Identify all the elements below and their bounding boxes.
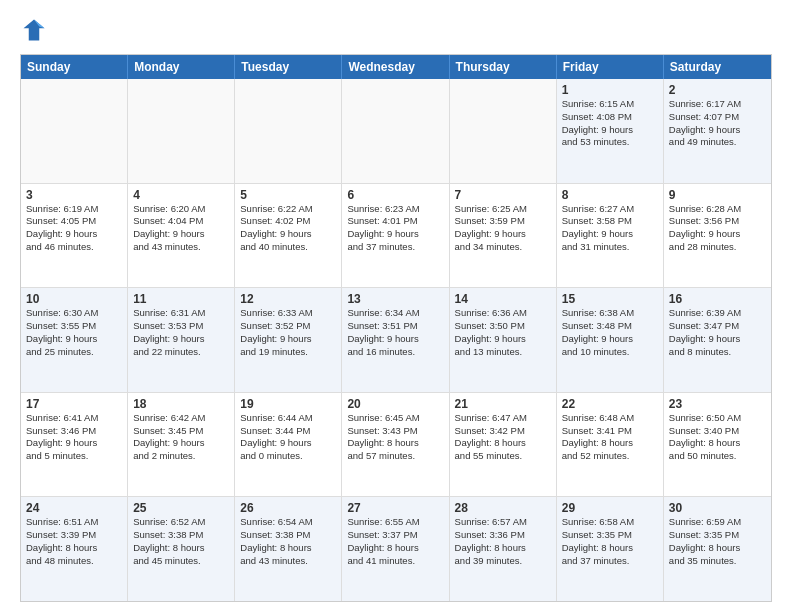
cal-cell-day-25: 25Sunrise: 6:52 AM Sunset: 3:38 PM Dayli… bbox=[128, 497, 235, 601]
day-number: 14 bbox=[455, 292, 551, 306]
day-info: Sunrise: 6:38 AM Sunset: 3:48 PM Dayligh… bbox=[562, 307, 658, 358]
cal-cell-empty bbox=[128, 79, 235, 183]
day-info: Sunrise: 6:31 AM Sunset: 3:53 PM Dayligh… bbox=[133, 307, 229, 358]
cal-row-0: 1Sunrise: 6:15 AM Sunset: 4:08 PM Daylig… bbox=[21, 79, 771, 184]
day-info: Sunrise: 6:22 AM Sunset: 4:02 PM Dayligh… bbox=[240, 203, 336, 254]
cal-cell-day-30: 30Sunrise: 6:59 AM Sunset: 3:35 PM Dayli… bbox=[664, 497, 771, 601]
cal-cell-day-20: 20Sunrise: 6:45 AM Sunset: 3:43 PM Dayli… bbox=[342, 393, 449, 497]
day-number: 8 bbox=[562, 188, 658, 202]
day-number: 11 bbox=[133, 292, 229, 306]
logo bbox=[20, 16, 52, 44]
cal-cell-day-18: 18Sunrise: 6:42 AM Sunset: 3:45 PM Dayli… bbox=[128, 393, 235, 497]
cal-cell-day-26: 26Sunrise: 6:54 AM Sunset: 3:38 PM Dayli… bbox=[235, 497, 342, 601]
day-info: Sunrise: 6:41 AM Sunset: 3:46 PM Dayligh… bbox=[26, 412, 122, 463]
day-info: Sunrise: 6:17 AM Sunset: 4:07 PM Dayligh… bbox=[669, 98, 766, 149]
cal-cell-day-6: 6Sunrise: 6:23 AM Sunset: 4:01 PM Daylig… bbox=[342, 184, 449, 288]
day-number: 27 bbox=[347, 501, 443, 515]
calendar-header-row: SundayMondayTuesdayWednesdayThursdayFrid… bbox=[21, 55, 771, 79]
cal-header-thursday: Thursday bbox=[450, 55, 557, 79]
cal-header-saturday: Saturday bbox=[664, 55, 771, 79]
cal-cell-empty bbox=[342, 79, 449, 183]
day-info: Sunrise: 6:54 AM Sunset: 3:38 PM Dayligh… bbox=[240, 516, 336, 567]
calendar-body: 1Sunrise: 6:15 AM Sunset: 4:08 PM Daylig… bbox=[21, 79, 771, 601]
day-number: 18 bbox=[133, 397, 229, 411]
cal-cell-day-11: 11Sunrise: 6:31 AM Sunset: 3:53 PM Dayli… bbox=[128, 288, 235, 392]
cal-cell-day-29: 29Sunrise: 6:58 AM Sunset: 3:35 PM Dayli… bbox=[557, 497, 664, 601]
day-info: Sunrise: 6:45 AM Sunset: 3:43 PM Dayligh… bbox=[347, 412, 443, 463]
day-info: Sunrise: 6:33 AM Sunset: 3:52 PM Dayligh… bbox=[240, 307, 336, 358]
day-info: Sunrise: 6:28 AM Sunset: 3:56 PM Dayligh… bbox=[669, 203, 766, 254]
day-info: Sunrise: 6:19 AM Sunset: 4:05 PM Dayligh… bbox=[26, 203, 122, 254]
cal-cell-empty bbox=[21, 79, 128, 183]
cal-cell-day-10: 10Sunrise: 6:30 AM Sunset: 3:55 PM Dayli… bbox=[21, 288, 128, 392]
day-info: Sunrise: 6:36 AM Sunset: 3:50 PM Dayligh… bbox=[455, 307, 551, 358]
day-number: 22 bbox=[562, 397, 658, 411]
cal-cell-day-28: 28Sunrise: 6:57 AM Sunset: 3:36 PM Dayli… bbox=[450, 497, 557, 601]
day-number: 10 bbox=[26, 292, 122, 306]
cal-cell-day-8: 8Sunrise: 6:27 AM Sunset: 3:58 PM Daylig… bbox=[557, 184, 664, 288]
day-info: Sunrise: 6:52 AM Sunset: 3:38 PM Dayligh… bbox=[133, 516, 229, 567]
cal-row-4: 24Sunrise: 6:51 AM Sunset: 3:39 PM Dayli… bbox=[21, 497, 771, 601]
day-info: Sunrise: 6:42 AM Sunset: 3:45 PM Dayligh… bbox=[133, 412, 229, 463]
day-number: 20 bbox=[347, 397, 443, 411]
cal-header-tuesday: Tuesday bbox=[235, 55, 342, 79]
cal-cell-day-27: 27Sunrise: 6:55 AM Sunset: 3:37 PM Dayli… bbox=[342, 497, 449, 601]
cal-cell-day-13: 13Sunrise: 6:34 AM Sunset: 3:51 PM Dayli… bbox=[342, 288, 449, 392]
cal-row-1: 3Sunrise: 6:19 AM Sunset: 4:05 PM Daylig… bbox=[21, 184, 771, 289]
cal-header-friday: Friday bbox=[557, 55, 664, 79]
cal-header-wednesday: Wednesday bbox=[342, 55, 449, 79]
cal-cell-day-17: 17Sunrise: 6:41 AM Sunset: 3:46 PM Dayli… bbox=[21, 393, 128, 497]
day-number: 5 bbox=[240, 188, 336, 202]
cal-row-2: 10Sunrise: 6:30 AM Sunset: 3:55 PM Dayli… bbox=[21, 288, 771, 393]
cal-cell-day-9: 9Sunrise: 6:28 AM Sunset: 3:56 PM Daylig… bbox=[664, 184, 771, 288]
day-info: Sunrise: 6:27 AM Sunset: 3:58 PM Dayligh… bbox=[562, 203, 658, 254]
cal-cell-empty bbox=[450, 79, 557, 183]
day-info: Sunrise: 6:55 AM Sunset: 3:37 PM Dayligh… bbox=[347, 516, 443, 567]
cal-cell-empty bbox=[235, 79, 342, 183]
cal-cell-day-23: 23Sunrise: 6:50 AM Sunset: 3:40 PM Dayli… bbox=[664, 393, 771, 497]
day-number: 29 bbox=[562, 501, 658, 515]
cal-cell-day-24: 24Sunrise: 6:51 AM Sunset: 3:39 PM Dayli… bbox=[21, 497, 128, 601]
cal-cell-day-3: 3Sunrise: 6:19 AM Sunset: 4:05 PM Daylig… bbox=[21, 184, 128, 288]
cal-cell-day-15: 15Sunrise: 6:38 AM Sunset: 3:48 PM Dayli… bbox=[557, 288, 664, 392]
day-number: 23 bbox=[669, 397, 766, 411]
day-number: 17 bbox=[26, 397, 122, 411]
day-number: 12 bbox=[240, 292, 336, 306]
day-number: 15 bbox=[562, 292, 658, 306]
day-info: Sunrise: 6:23 AM Sunset: 4:01 PM Dayligh… bbox=[347, 203, 443, 254]
day-info: Sunrise: 6:44 AM Sunset: 3:44 PM Dayligh… bbox=[240, 412, 336, 463]
cal-cell-day-22: 22Sunrise: 6:48 AM Sunset: 3:41 PM Dayli… bbox=[557, 393, 664, 497]
day-info: Sunrise: 6:48 AM Sunset: 3:41 PM Dayligh… bbox=[562, 412, 658, 463]
day-number: 2 bbox=[669, 83, 766, 97]
cal-cell-day-4: 4Sunrise: 6:20 AM Sunset: 4:04 PM Daylig… bbox=[128, 184, 235, 288]
cal-row-3: 17Sunrise: 6:41 AM Sunset: 3:46 PM Dayli… bbox=[21, 393, 771, 498]
day-info: Sunrise: 6:15 AM Sunset: 4:08 PM Dayligh… bbox=[562, 98, 658, 149]
day-number: 16 bbox=[669, 292, 766, 306]
day-number: 7 bbox=[455, 188, 551, 202]
day-number: 24 bbox=[26, 501, 122, 515]
day-number: 21 bbox=[455, 397, 551, 411]
logo-icon bbox=[20, 16, 48, 44]
day-number: 30 bbox=[669, 501, 766, 515]
day-info: Sunrise: 6:59 AM Sunset: 3:35 PM Dayligh… bbox=[669, 516, 766, 567]
day-info: Sunrise: 6:39 AM Sunset: 3:47 PM Dayligh… bbox=[669, 307, 766, 358]
day-info: Sunrise: 6:34 AM Sunset: 3:51 PM Dayligh… bbox=[347, 307, 443, 358]
day-number: 9 bbox=[669, 188, 766, 202]
page: SundayMondayTuesdayWednesdayThursdayFrid… bbox=[0, 0, 792, 612]
cal-cell-day-2: 2Sunrise: 6:17 AM Sunset: 4:07 PM Daylig… bbox=[664, 79, 771, 183]
cal-cell-day-14: 14Sunrise: 6:36 AM Sunset: 3:50 PM Dayli… bbox=[450, 288, 557, 392]
svg-marker-0 bbox=[24, 20, 45, 41]
day-info: Sunrise: 6:47 AM Sunset: 3:42 PM Dayligh… bbox=[455, 412, 551, 463]
day-info: Sunrise: 6:25 AM Sunset: 3:59 PM Dayligh… bbox=[455, 203, 551, 254]
day-number: 25 bbox=[133, 501, 229, 515]
cal-cell-day-16: 16Sunrise: 6:39 AM Sunset: 3:47 PM Dayli… bbox=[664, 288, 771, 392]
cal-header-monday: Monday bbox=[128, 55, 235, 79]
header bbox=[20, 16, 772, 44]
day-number: 13 bbox=[347, 292, 443, 306]
cal-cell-day-1: 1Sunrise: 6:15 AM Sunset: 4:08 PM Daylig… bbox=[557, 79, 664, 183]
day-number: 6 bbox=[347, 188, 443, 202]
day-info: Sunrise: 6:57 AM Sunset: 3:36 PM Dayligh… bbox=[455, 516, 551, 567]
day-info: Sunrise: 6:50 AM Sunset: 3:40 PM Dayligh… bbox=[669, 412, 766, 463]
day-number: 28 bbox=[455, 501, 551, 515]
cal-cell-day-19: 19Sunrise: 6:44 AM Sunset: 3:44 PM Dayli… bbox=[235, 393, 342, 497]
